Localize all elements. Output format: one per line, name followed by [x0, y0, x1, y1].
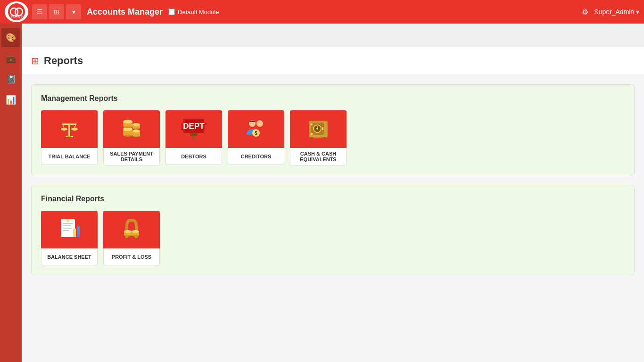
debtors-label: DEBTORS [165, 148, 222, 165]
cash-equivalents-card[interactable]: CASH & CASH EQUIVALENTS [290, 110, 347, 165]
profit-loss-label: PROFIT & LOSS [103, 248, 160, 265]
svg-point-67 [132, 230, 139, 233]
cash-equivalents-icon [290, 110, 347, 148]
financial-cards-row: BALANCE SHEET [41, 211, 625, 265]
page-header-icon: ⊞ [31, 55, 39, 66]
profit-loss-card[interactable]: PROFIT & LOSS [103, 211, 160, 265]
svg-rect-11 [67, 136, 71, 137]
default-module-checkbox[interactable] [168, 8, 175, 15]
management-reports-title: Management Reports [41, 94, 625, 103]
svg-rect-57 [63, 230, 69, 231]
page-title: Reports [44, 55, 83, 67]
nav-icon-group: ☰ ⊞ ▾ [32, 4, 81, 19]
debtors-icon: DEBT DEPT DEPT [165, 110, 222, 148]
creditors-label: CREDITORS [228, 148, 284, 165]
financial-reports-section: Financial Reports [31, 185, 635, 275]
svg-point-36 [256, 120, 263, 127]
trial-balance-icon [41, 110, 98, 148]
default-module-label: Default Module [178, 8, 219, 16]
logo-inner: SERIES [8, 3, 25, 20]
app-logo: SERIES [5, 1, 28, 22]
user-dropdown[interactable]: Super_Admin ▾ [594, 8, 639, 16]
app-title: Accounts Manager [87, 7, 163, 17]
trial-balance-card[interactable]: TRIAL BALANCE [41, 110, 98, 165]
svg-rect-33 [192, 136, 196, 140]
svg-point-8 [71, 128, 78, 131]
navbar-right: ⚙ Super_Admin ▾ [582, 8, 639, 16]
svg-rect-4 [68, 124, 70, 136]
cash-equivalents-label: CASH & CASH EQUIVALENTS [290, 148, 347, 165]
profit-loss-icon [103, 211, 160, 248]
svg-point-58 [66, 219, 69, 222]
svg-rect-32 [190, 133, 198, 136]
balance-sheet-label: BALANCE SHEET [41, 248, 98, 265]
svg-rect-59 [73, 229, 76, 237]
svg-rect-5 [62, 123, 76, 125]
content-area: Management Reports [22, 75, 644, 362]
creditors-card[interactable]: $ CREDITORS [228, 110, 284, 165]
sidebar-item-palette[interactable]: 🎨 [1, 28, 20, 47]
sidebar-item-chart[interactable]: 📊 [1, 90, 20, 109]
sales-payment-card[interactable]: SALES PAYMENT DETAILS [103, 110, 160, 165]
svg-point-21 [132, 130, 140, 132]
page-header: ⊞ Reports [22, 47, 644, 75]
svg-rect-54 [63, 223, 73, 224]
svg-rect-55 [63, 225, 71, 226]
svg-text:$: $ [255, 131, 257, 136]
creditors-icon: $ [228, 110, 284, 148]
debtors-card[interactable]: DEBT DEPT DEPT DEBTORS [165, 110, 222, 165]
management-cards-row: TRIAL BALANCE [41, 110, 625, 165]
trial-balance-label: TRIAL BALANCE [41, 148, 98, 165]
sales-payment-label: SALES PAYMENT DETAILS [103, 148, 160, 165]
financial-reports-title: Financial Reports [41, 195, 625, 203]
sales-payment-icon [103, 110, 160, 148]
hamburger-button[interactable]: ☰ [32, 4, 47, 19]
grid-button[interactable]: ⊞ [49, 4, 64, 19]
svg-point-64 [124, 230, 132, 233]
svg-text:SERIES: SERIES [10, 15, 23, 18]
svg-rect-60 [77, 226, 80, 237]
svg-text:DEPT: DEPT [183, 122, 205, 131]
sidebar: 🎨 💼 📓 📊 [0, 24, 22, 362]
svg-rect-47 [322, 127, 323, 130]
sidebar-item-book[interactable]: 📓 [1, 70, 20, 89]
svg-point-24 [132, 123, 140, 126]
main-content: ⊞ Reports Management Reports [22, 47, 644, 362]
svg-rect-48 [311, 123, 313, 125]
settings-icon[interactable]: ⚙ [582, 8, 588, 16]
balance-sheet-icon [41, 211, 98, 248]
svg-point-18 [123, 120, 132, 123]
svg-rect-49 [311, 133, 313, 135]
svg-rect-50 [311, 137, 313, 139]
default-module-toggle: Default Module [168, 8, 219, 16]
svg-point-6 [61, 128, 67, 131]
management-reports-section: Management Reports [31, 84, 635, 175]
svg-point-45 [316, 128, 318, 130]
navbar: SERIES ☰ ⊞ ▾ Accounts Manager Default Mo… [0, 0, 644, 24]
balance-sheet-card[interactable]: BALANCE SHEET [41, 211, 98, 265]
sidebar-item-briefcase[interactable]: 💼 [1, 49, 20, 68]
svg-rect-51 [323, 137, 326, 139]
chevron-button[interactable]: ▾ [66, 4, 81, 19]
svg-rect-56 [63, 228, 72, 229]
